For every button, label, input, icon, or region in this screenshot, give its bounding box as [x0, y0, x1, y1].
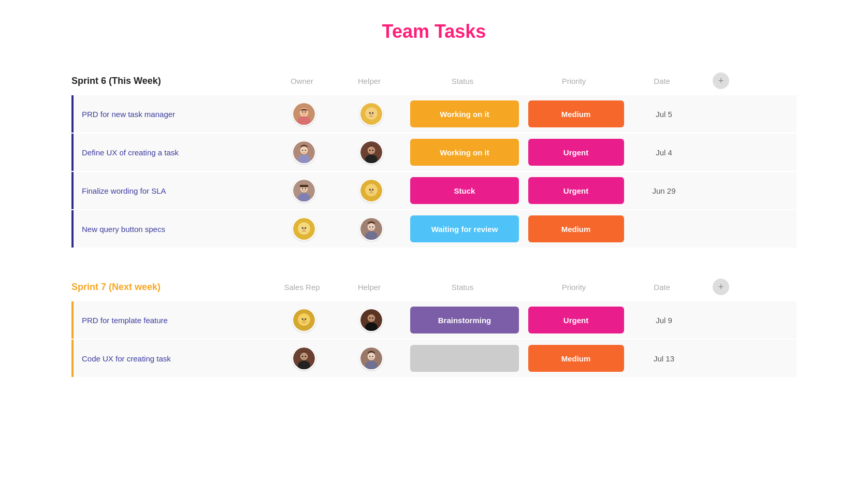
sprint1-add-button[interactable]: + [713, 72, 729, 89]
svg-point-5 [305, 111, 306, 113]
sprint2-col-helper: Helper [336, 283, 403, 292]
sprint2-add-button[interactable]: + [713, 279, 729, 295]
sprint1-col-date: Date [626, 77, 698, 85]
priority-cell: Urgent [524, 307, 628, 333]
avatar [359, 217, 383, 241]
helper-avatar [338, 308, 405, 332]
owner-avatar [270, 217, 338, 241]
priority-badge: Urgent [528, 307, 624, 333]
sprint2-col-salesrep: Sales Rep [268, 283, 336, 292]
priority-badge: Urgent [528, 139, 624, 166]
svg-point-9 [365, 107, 378, 120]
status-badge: Waiting for review [410, 215, 519, 242]
sprint1-label: Sprint 6 (This Week) [71, 76, 268, 86]
sprint1-section: Sprint 6 (This Week) Owner Helper Status… [71, 68, 797, 249]
task-name: New query button specs [74, 224, 270, 235]
sprint1-header: Sprint 6 (This Week) Owner Helper Status… [71, 68, 797, 95]
svg-point-34 [372, 189, 373, 191]
sprint2-col-date: Date [626, 283, 698, 292]
sprint1-col-status: Status [403, 77, 522, 85]
status-badge: Brainstorming [410, 307, 519, 333]
avatar [359, 179, 383, 202]
status-badge [410, 345, 519, 372]
date-cell: Jun 29 [628, 186, 700, 195]
svg-point-10 [369, 112, 371, 114]
avatar [359, 140, 383, 164]
status-cell: Brainstorming [405, 307, 524, 333]
status-cell: Waiting for review [405, 215, 524, 242]
table-row: PRD for new task manager Working on it M… [71, 95, 797, 133]
task-name: PRD for template feature [74, 315, 270, 326]
owner-avatar [270, 102, 338, 126]
svg-point-54 [303, 320, 305, 321]
sprint1-col-helper: Helper [336, 77, 403, 85]
svg-point-46 [369, 226, 370, 228]
owner-avatar [270, 308, 338, 332]
task-name: Finalize wording for SLA [74, 185, 270, 196]
svg-point-27 [305, 188, 306, 190]
svg-point-53 [305, 318, 306, 320]
task-name: Code UX for creating task [74, 353, 270, 364]
svg-point-32 [365, 184, 378, 196]
page-title: Team Tasks [382, 21, 486, 42]
svg-point-66 [368, 353, 375, 360]
helper-avatar [338, 179, 405, 202]
svg-point-61 [300, 353, 308, 360]
svg-point-25 [298, 193, 310, 202]
avatar [292, 346, 316, 370]
svg-point-11 [372, 112, 373, 114]
table-row: Code UX for creating task Medium Jul 13 [71, 340, 797, 377]
svg-point-59 [372, 317, 373, 319]
svg-point-35 [370, 191, 372, 192]
task-name: Define UX of creating a task [74, 147, 270, 158]
avatar [292, 140, 316, 164]
avatar [292, 179, 316, 202]
date-cell: Jul 4 [628, 148, 700, 157]
priority-badge: Medium [528, 345, 624, 372]
owner-avatar [270, 346, 338, 370]
table-row: PRD for template feature Brainstorming U… [71, 301, 797, 339]
status-cell: Stuck [405, 177, 524, 204]
avatar [292, 217, 316, 241]
svg-point-39 [298, 222, 310, 235]
svg-point-62 [298, 361, 310, 370]
svg-point-56 [368, 314, 375, 322]
sprint2-col-status: Status [403, 283, 522, 292]
owner-avatar [270, 140, 338, 164]
sprint2-col-priority: Priority [522, 283, 626, 292]
table-row: Define UX of creating a task Working on … [71, 134, 797, 171]
priority-badge: Urgent [528, 177, 624, 204]
svg-point-42 [303, 229, 305, 230]
owner-avatar [270, 179, 338, 202]
priority-cell: Medium [524, 100, 628, 127]
date-cell: Jul 13 [628, 354, 700, 363]
svg-point-33 [369, 189, 371, 191]
table-row: New query button specs Waiting for revie… [71, 210, 797, 248]
svg-point-21 [369, 150, 370, 151]
avatar [359, 346, 383, 370]
svg-point-64 [305, 356, 306, 357]
priority-cell: Medium [524, 215, 628, 242]
status-cell [405, 345, 524, 372]
status-badge: Working on it [410, 100, 519, 127]
task-name: PRD for new task manager [74, 109, 270, 120]
svg-point-68 [369, 356, 370, 357]
svg-point-52 [302, 318, 303, 320]
status-badge: Working on it [410, 139, 519, 166]
sprint2-header: Sprint 7 (Next week) Sales Rep Helper St… [71, 274, 797, 301]
svg-point-41 [305, 227, 306, 229]
svg-point-69 [372, 356, 373, 357]
svg-point-51 [298, 313, 310, 326]
sprint2-section: Sprint 7 (Next week) Sales Rep Helper St… [71, 274, 797, 378]
svg-point-17 [305, 150, 306, 151]
avatar [359, 308, 383, 332]
helper-avatar [338, 346, 405, 370]
svg-rect-28 [300, 185, 308, 187]
priority-cell: Medium [524, 345, 628, 372]
svg-point-26 [302, 188, 303, 190]
table-row: Finalize wording for SLA Stuck Urgent Ju… [71, 172, 797, 209]
svg-point-14 [300, 147, 308, 154]
avatar [359, 102, 383, 126]
helper-avatar [338, 140, 405, 164]
sprint1-col-priority: Priority [522, 77, 626, 85]
